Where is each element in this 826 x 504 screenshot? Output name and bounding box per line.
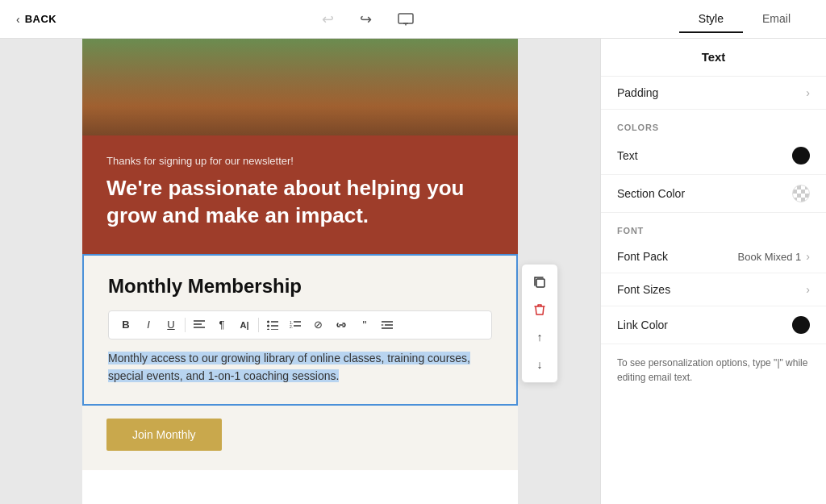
right-panel: Text Padding › Colors Text Section Color xyxy=(600,39,826,504)
svg-point-10 xyxy=(267,328,269,330)
redo-button[interactable]: ↪ xyxy=(355,7,377,31)
padding-label: Padding xyxy=(617,86,658,99)
main-layout: Thanks for signing up for our newsletter… xyxy=(0,39,826,504)
panel-row-section-color[interactable]: Section Color xyxy=(601,175,826,213)
top-bar-center: ↩ ↪ xyxy=(317,7,419,31)
top-bar-tabs: Style Email xyxy=(679,6,810,33)
link-color-value xyxy=(792,316,810,334)
chevron-right-icon-2: › xyxy=(806,283,810,296)
red-section: Thanks for signing up for our newsletter… xyxy=(82,135,518,254)
float-delete-btn[interactable] xyxy=(527,297,553,323)
toolbar-link[interactable] xyxy=(330,314,353,335)
toolbar-divider-2 xyxy=(258,318,259,332)
floating-toolbar: ↑ ↓ xyxy=(521,264,558,383)
toolbar-divider-1 xyxy=(185,318,186,332)
toolbar-align[interactable] xyxy=(189,314,210,335)
email-canvas: Thanks for signing up for our newsletter… xyxy=(82,39,518,504)
panel-hint: To see personalization options, type "|"… xyxy=(601,344,826,396)
text-color-swatch xyxy=(792,147,810,165)
undo-button[interactable]: ↩ xyxy=(317,7,339,31)
back-button[interactable]: ‹ BACK xyxy=(16,13,56,26)
back-label: BACK xyxy=(25,13,57,25)
font-sizes-label: Font Sizes xyxy=(617,283,670,296)
text-toolbar: B I U ¶ A| 1.2. ⊘ xyxy=(108,310,492,339)
panel-row-text-color[interactable]: Text xyxy=(601,137,826,175)
padding-chevron: › xyxy=(806,86,810,99)
font-pack-text: Book Mixed 1 xyxy=(738,251,802,263)
top-bar: ‹ BACK ↩ ↪ Style Email xyxy=(0,0,826,39)
device-preview-button[interactable] xyxy=(393,10,419,29)
text-color-label: Text xyxy=(617,149,638,162)
svg-point-6 xyxy=(267,320,269,323)
cta-section: Join Monthly xyxy=(82,406,518,470)
font-pack-chevron: › xyxy=(806,250,810,263)
hero-image xyxy=(82,39,518,135)
link-color-swatch xyxy=(792,316,810,334)
section-color-swatch xyxy=(792,185,810,202)
toolbar-bold[interactable]: B xyxy=(115,314,136,335)
section-color-label: Section Color xyxy=(617,187,685,200)
font-pack-label: Font Pack xyxy=(617,250,668,263)
panel-title: Text xyxy=(702,50,726,64)
toolbar-bullet[interactable] xyxy=(262,314,283,335)
red-headline: We're passionate about helping you grow … xyxy=(106,175,494,230)
svg-rect-0 xyxy=(398,14,413,23)
toolbar-italic[interactable]: I xyxy=(138,314,159,335)
toolbar-indent[interactable] xyxy=(377,314,398,335)
panel-row-font-sizes[interactable]: Font Sizes › xyxy=(601,273,826,306)
cta-button[interactable]: Join Monthly xyxy=(106,419,222,451)
svg-text:2.: 2. xyxy=(290,324,293,329)
float-copy-btn[interactable] xyxy=(527,269,553,295)
toolbar-fontsize[interactable]: A| xyxy=(234,314,255,335)
panel-row-padding[interactable]: Padding › xyxy=(601,77,826,110)
hint-text: To see personalization options, type "|"… xyxy=(617,357,807,383)
membership-body[interactable]: Monthly access to our growing library of… xyxy=(108,349,492,385)
selected-text: Monthly access to our growing library of… xyxy=(108,352,470,382)
tab-style[interactable]: Style xyxy=(679,6,743,33)
toolbar-paragraph[interactable]: ¶ xyxy=(211,314,232,335)
tab-email[interactable]: Email xyxy=(743,6,810,33)
canvas-area: Thanks for signing up for our newsletter… xyxy=(0,39,600,504)
toolbar-numbered[interactable]: 1.2. xyxy=(285,314,306,335)
svg-point-8 xyxy=(267,324,269,327)
back-arrow-icon: ‹ xyxy=(16,13,20,26)
link-color-label: Link Color xyxy=(617,319,668,331)
float-move-down-btn[interactable]: ↓ xyxy=(527,352,553,377)
panel-row-link-color[interactable]: Link Color xyxy=(601,306,826,344)
toolbar-underline[interactable]: U xyxy=(161,314,181,335)
font-pack-value: Book Mixed 1 › xyxy=(738,250,810,263)
svg-rect-19 xyxy=(536,279,544,287)
panel-row-font-pack[interactable]: Font Pack Book Mixed 1 › xyxy=(601,240,826,273)
section-color-value xyxy=(792,185,810,202)
text-color-value xyxy=(792,147,810,165)
chevron-right-icon: › xyxy=(806,86,810,99)
hero-figures xyxy=(82,39,518,135)
red-subtitle: Thanks for signing up for our newsletter… xyxy=(106,155,494,167)
toolbar-clear[interactable]: ⊘ xyxy=(307,314,328,335)
toolbar-quote[interactable]: " xyxy=(354,314,375,335)
font-sizes-chevron: › xyxy=(806,283,810,296)
panel-header: Text xyxy=(601,39,826,77)
membership-section[interactable]: Monthly Membership B I U ¶ A| xyxy=(82,254,518,406)
float-move-up-btn[interactable]: ↑ xyxy=(527,324,553,350)
colors-section-label: Colors xyxy=(601,110,826,137)
membership-title: Monthly Membership xyxy=(108,275,492,298)
font-section-label: Font xyxy=(601,213,826,240)
